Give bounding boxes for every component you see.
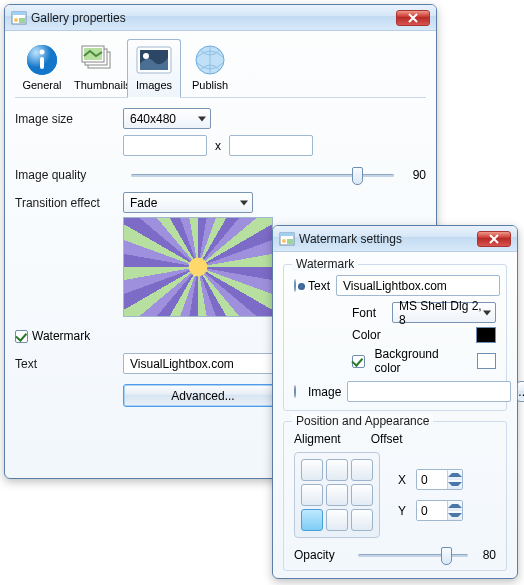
offset-y-spinner[interactable] [416,500,463,521]
transition-value: Fade [130,196,157,210]
gallery-title: Gallery properties [31,11,396,25]
position-group: Position and Appearance Aligment Offset [283,421,507,571]
watermark-checkbox[interactable] [15,330,28,343]
offset-x-spinner[interactable] [416,469,463,490]
color-swatch[interactable] [476,327,496,343]
advanced-button[interactable]: Advanced... [123,384,283,407]
slider-thumb[interactable] [441,547,452,565]
watermark-text-label: Text [15,357,123,371]
spin-down-icon[interactable] [448,480,462,490]
watermark-check-label: Watermark [32,329,90,343]
watermark-group: Watermark Text Font MS Shell Dlg 2, 8 Co… [283,264,507,411]
tab-images-label: Images [130,79,178,91]
transition-preview-image [123,217,273,317]
app-icon [279,231,295,247]
image-size-value: 640x480 [130,112,176,126]
tab-publish-label: Publish [186,79,234,91]
align-tc[interactable] [326,459,348,481]
tab-general[interactable]: General [15,39,69,97]
svg-point-18 [282,239,286,243]
align-tl[interactable] [301,459,323,481]
svg-rect-1 [12,12,26,15]
advanced-button-label: Advanced... [171,389,234,403]
align-bc[interactable] [326,509,348,531]
image-size-select[interactable]: 640x480 [123,108,211,129]
bg-color-swatch[interactable] [477,353,496,369]
browse-label: ... [518,385,524,399]
images-icon [134,43,174,77]
alignment-label: Aligment [294,432,341,446]
slider-thumb[interactable] [352,167,363,185]
tab-thumbnails[interactable]: Thumbnails [71,39,125,97]
align-mr[interactable] [351,484,373,506]
alignment-grid [294,452,380,538]
watermark-settings-window: Watermark settings Watermark Text Font M… [272,225,518,579]
gallery-tabstrip: General Thumbnails Images Publish [15,39,426,98]
transition-select[interactable]: Fade [123,192,253,213]
gallery-titlebar[interactable]: Gallery properties [5,5,436,31]
offset-y-label: Y [398,504,410,518]
chevron-down-icon [198,116,206,121]
align-tr[interactable] [351,459,373,481]
image-width-input[interactable] [123,135,207,156]
watermark-text-radio[interactable] [294,279,296,292]
watermark-image-field[interactable] [347,381,511,402]
image-height-input[interactable] [229,135,313,156]
opacity-slider[interactable] [358,554,468,557]
offset-x-input[interactable] [417,470,447,489]
close-icon[interactable] [396,10,430,26]
svg-rect-17 [280,233,294,236]
watermark-footer: OK Cancel [283,581,507,585]
bg-color-checkbox[interactable] [352,355,365,368]
app-icon [11,10,27,26]
spin-up-icon[interactable] [448,501,462,511]
svg-rect-19 [287,239,293,244]
watermark-client: Watermark Text Font MS Shell Dlg 2, 8 Co… [273,252,517,585]
color-label: Color [352,328,386,342]
tab-images[interactable]: Images [127,39,181,98]
tab-publish[interactable]: Publish [183,39,237,97]
chevron-down-icon [240,200,248,205]
watermark-image-radio[interactable] [294,385,296,398]
font-label: Font [352,306,386,320]
browse-button[interactable]: ... [517,381,524,402]
font-select[interactable]: MS Shell Dlg 2, 8 [392,302,496,323]
image-quality-row: Image quality 90 [15,168,426,182]
spin-down-icon[interactable] [448,511,462,521]
bg-color-label: Background color [375,347,465,375]
position-group-legend: Position and Appearance [292,414,433,428]
chevron-down-icon [483,310,491,315]
watermark-text-radio-label: Text [308,279,330,293]
align-ml[interactable] [301,484,323,506]
x-separator: x [215,139,221,153]
info-icon [22,43,62,77]
tab-thumbnails-label: Thumbnails [74,79,122,91]
spin-up-icon[interactable] [448,470,462,480]
svg-point-14 [143,53,149,59]
align-bl[interactable] [301,509,323,531]
image-size-label: Image size [15,112,123,126]
watermark-image-radio-label: Image [308,385,341,399]
offset-label: Offset [371,432,403,446]
watermark-text-input[interactable] [123,353,283,374]
svg-rect-6 [40,57,44,69]
watermark-text-field[interactable] [336,275,500,296]
watermark-title: Watermark settings [299,232,477,246]
font-value: MS Shell Dlg 2, 8 [399,299,489,327]
thumbnails-icon [78,43,118,77]
opacity-row: Opacity 80 [294,548,496,562]
align-br[interactable] [351,509,373,531]
align-mc[interactable] [326,484,348,506]
image-size-custom: x [123,135,426,156]
opacity-label: Opacity [294,548,350,562]
image-size-row: Image size 640x480 [15,108,426,129]
publish-icon [190,43,230,77]
svg-point-7 [40,50,45,55]
watermark-titlebar[interactable]: Watermark settings [273,226,517,252]
close-icon[interactable] [477,231,511,247]
opacity-value: 80 [476,548,496,562]
image-quality-slider[interactable] [131,174,394,177]
offset-y-input[interactable] [417,501,447,520]
transition-row: Transition effect Fade [15,192,426,213]
image-quality-label: Image quality [15,168,123,182]
